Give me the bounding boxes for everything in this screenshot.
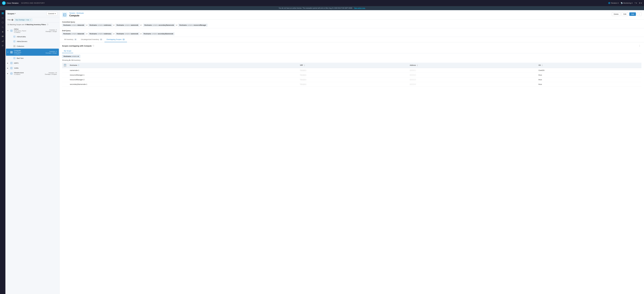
scope-item-hdfs[interactable]: ▶ HDFS (6, 61, 59, 66)
committed-query-label: Committed Query (62, 21, 642, 23)
badyarn-info: Bad Yarn (17, 57, 57, 59)
yarn-info: YARN (14, 67, 57, 69)
hdfs-icon (10, 62, 13, 65)
scopes-panel: Scopes ▾ Commit ▾ Filter ? Has Overlaps … (6, 10, 60, 294)
table-row: namenode-1 Tetration 10.0.0.1 CentOS (62, 68, 642, 73)
add-button[interactable]: Add (629, 12, 636, 16)
content-area: Tetration : Workloads Compute Delete Edi… (60, 10, 644, 294)
delete-button[interactable]: Delete (612, 12, 620, 16)
sidebar-icon-book[interactable] (1, 35, 5, 39)
filter-label[interactable]: Filter ? (8, 19, 13, 21)
row4-filter-cell (62, 82, 68, 87)
row2-filter-cell (62, 73, 68, 77)
uncategorized-badge: 0 (100, 39, 102, 40)
breadcrumb-workloads[interactable]: Workloads (76, 12, 84, 14)
matching-count-text: 31 Matching Scopes and 0 Matching Invent… (8, 24, 46, 26)
address-column-header[interactable]: Address ▲▼ (408, 63, 537, 68)
settings-nav[interactable]: ⚙ ▾ (639, 2, 642, 4)
overlapping-header: Scopes overlapping with Compute ⓘ ⋮ (62, 44, 642, 47)
os-column-header[interactable]: OS ▲▼ (537, 63, 642, 68)
svg-rect-46 (65, 15, 66, 15)
tetration-icon: 🌐 (608, 2, 610, 4)
tetration-nav[interactable]: 🌐 Tetration ▾ (608, 2, 619, 4)
scope-item-adhocservers[interactable]: AdhocServers (6, 39, 59, 44)
monitoring-nav[interactable]: 📡 Monitoring ▾ (621, 2, 632, 4)
sidebar-icon-topology[interactable] (1, 16, 5, 20)
svg-rect-40 (11, 68, 12, 68)
adhoc-scope-icon (10, 29, 13, 32)
cq-or-3: or (140, 24, 142, 26)
sidebar-icon-wrench[interactable] (1, 44, 5, 48)
svg-rect-36 (14, 58, 14, 58)
svg-rect-45 (65, 15, 66, 15)
monitoring-icon: 📡 (621, 2, 623, 4)
tab-overlapping[interactable]: Overlapping Scopes 1 (104, 37, 127, 42)
adhockafka-name: AdhocKafka (17, 36, 57, 38)
adhockafka-info: AdhocKafka (17, 36, 57, 38)
scope-item-adhoc[interactable]: ▼ Adhoc Draft Query, Parent 3 Children I… (6, 27, 59, 34)
app-logo-icon (2, 1, 6, 5)
nav-right: 🌐 Tetration ▾ 📡 Monitoring ▾ ? ▾ ⚙ ▾ (608, 2, 642, 4)
cq-tag-5: Hostname contains resourceManager (178, 24, 207, 27)
draft-query-tags: Hostname contains datanode or Hostname c… (62, 32, 642, 35)
filter-column-header[interactable] (62, 63, 68, 68)
tab-all-inventory[interactable]: All Inventory 4 (62, 37, 79, 42)
scope-detail-info: Tetration : Workloads Compute (69, 12, 610, 17)
hdfs-info: HDFS (14, 62, 57, 64)
sidebar-icon-dashboard[interactable] (1, 11, 5, 15)
scope-detail-actions: Delete Edit Add ⋮ (612, 12, 642, 16)
compute-group: ▼ Compute Draft Query 3 Children Invento… (6, 49, 60, 61)
top-nav: Cisco Tetration SCOPES AND INVENTORY 🌐 T… (0, 0, 644, 6)
scope-item-badyarn[interactable]: Bad Yarn (6, 56, 59, 61)
adhoc-scope-name: Adhoc (14, 28, 46, 30)
scope-item-collectors[interactable]: Collectors (6, 44, 59, 49)
adhocservers-icon (13, 40, 16, 43)
sidebar-icon-bell[interactable] (1, 30, 5, 34)
dq-or-1: or (86, 33, 88, 35)
scope-item-compute[interactable]: ▼ Compute Draft Query 3 Children Invento… (6, 49, 59, 56)
scope-item-adhockafka[interactable]: AdhocKafka (6, 34, 59, 39)
table-filter-button[interactable] (64, 64, 66, 67)
svg-rect-2 (3, 12, 4, 13)
svg-rect-42 (11, 73, 12, 74)
committed-query-section: Committed Query Hostname contains datano… (60, 20, 644, 28)
adhoc-expand-icon[interactable]: ▼ (7, 30, 8, 31)
infra-expand-icon[interactable]: ▶ (7, 73, 8, 74)
license-action-link[interactable]: Take action now. (354, 7, 366, 9)
compute-expand-icon[interactable]: ▼ (7, 52, 8, 53)
scope-item-infrastructure[interactable]: ▶ Infrastructure 4 Children Inventory: 1… (6, 71, 59, 76)
help-nav[interactable]: ? ▾ (634, 2, 637, 4)
yarn-expand-icon[interactable]: ▶ (7, 68, 8, 69)
yarn-name: YARN (14, 67, 57, 69)
svg-rect-22 (12, 31, 12, 31)
svg-rect-3 (2, 14, 2, 14)
sidebar-icon-shield[interactable] (1, 21, 5, 25)
dq-tag-1: Hostname contains datanode (62, 32, 86, 35)
all-inventory-badge: 4 (74, 39, 77, 40)
sub-tab-my-scope[interactable]: My Scope (62, 49, 73, 53)
sidebar-icon-chart[interactable] (1, 39, 5, 43)
scope-item-yarn[interactable]: ▶ YARN (6, 66, 59, 71)
dq-tag-4: Hostname contains secondaryNamenode (142, 32, 174, 35)
os-sort-arrows: ▲▼ (542, 64, 543, 66)
infrastructure-name: Infrastructure (14, 72, 45, 74)
more-options-button[interactable]: ⋮ (637, 12, 642, 16)
scopes-title[interactable]: Scopes ▾ (8, 13, 16, 15)
vrf-column-header[interactable]: VRF ▲▼ (298, 63, 408, 68)
commit-button[interactable]: Commit ▾ (46, 12, 57, 16)
hostname-column-header[interactable]: Hostname ▲ ▼ (68, 63, 298, 68)
cq-or-4: or (176, 24, 177, 26)
tab-uncategorized[interactable]: Uncategorized Inventory 0 (79, 37, 104, 42)
compute-scope-sub: Draft Query (14, 52, 46, 53)
hdfs-expand-icon[interactable]: ▶ (7, 62, 8, 64)
overlapping-more-button[interactable]: ⋮ (638, 44, 642, 47)
committed-query-tags: Hostname contains datanode or Hostname c… (62, 24, 642, 27)
adhocservers-info: AdhocServers (17, 41, 57, 43)
breadcrumb-tetration[interactable]: Tetration (69, 12, 75, 14)
table-row: secondaryNamenode-1 Tetration 10.0.0.4 l… (62, 82, 642, 87)
filter-help-icon: ? (12, 19, 13, 21)
edit-button[interactable]: Edit (622, 12, 628, 16)
filter-remove-icon[interactable]: ✕ (30, 19, 31, 21)
matching-count: 31 Matching Scopes and 0 Matching Invent… (6, 23, 60, 27)
sidebar-icon-search[interactable] (1, 25, 5, 29)
